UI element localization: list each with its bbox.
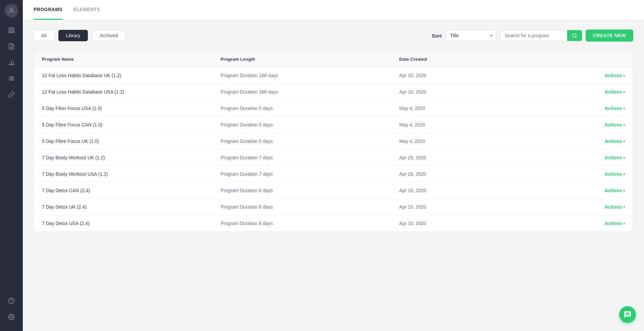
cell-actions: Actions ▾	[578, 73, 625, 78]
cell-program-name: 7 Day Detox UK (2.4)	[42, 204, 221, 210]
actions-button[interactable]: Actions ▾	[605, 139, 625, 144]
cell-program-length: Program Duration 5 days	[221, 106, 399, 111]
svg-line-19	[576, 37, 577, 38]
actions-button[interactable]: Actions ▾	[605, 155, 625, 160]
cell-date-created: May 4, 2020	[399, 106, 578, 111]
cell-actions: Actions ▾	[578, 122, 625, 127]
table-row: 7 Day Booty Workout USA (1.2) Program Du…	[34, 166, 633, 182]
cell-program-length: Program Duration 5 days	[221, 122, 399, 127]
table-row: 7 Day Detox UK (2.4) Program Duration 8 …	[34, 199, 633, 215]
actions-button[interactable]: Actions ▾	[605, 188, 625, 193]
link-icon[interactable]	[5, 88, 18, 101]
svg-rect-2	[12, 28, 14, 30]
actions-chevron-icon: ▾	[623, 205, 625, 209]
cell-program-length: Program Duration 5 days	[221, 139, 399, 144]
cell-date-created: Apr 10, 2020	[399, 188, 578, 193]
page-content: All Library Archived Sort Title Date Cre…	[23, 20, 644, 331]
cell-actions: Actions ▾	[578, 171, 625, 177]
filter-archived-button[interactable]: Archived	[92, 30, 125, 41]
actions-button[interactable]: Actions ▾	[605, 106, 625, 111]
tab-elements[interactable]: ELEMENTS	[73, 0, 100, 20]
actions-chevron-icon: ▾	[623, 123, 625, 127]
cell-program-name: 7 Day Detox USA (2.4)	[42, 221, 221, 226]
top-nav: PROGRAMS ELEMENTS	[23, 0, 644, 20]
col-header-actions	[578, 57, 625, 62]
col-header-name: Program Name	[42, 57, 221, 62]
document-icon[interactable]	[5, 40, 18, 53]
cell-date-created: Apr 10, 2020	[399, 204, 578, 210]
cell-program-length: Program Duration 7 days	[221, 155, 399, 160]
main-content: PROGRAMS ELEMENTS All Library Archived S…	[23, 0, 644, 331]
cell-actions: Actions ▾	[578, 188, 625, 193]
cell-program-name: 5 Day Fiber Focus USA (1.0)	[42, 106, 221, 111]
cell-program-name: 12 Fat Loss Habits Database USA (1.2)	[42, 89, 221, 95]
sidebar	[0, 0, 23, 331]
sort-select-wrapper: Title Date Created Program Length	[445, 30, 496, 41]
actions-button[interactable]: Actions ▾	[605, 89, 625, 95]
programs-table: Program Name Program Length Date Created…	[34, 51, 633, 232]
sort-section: Sort Title Date Created Program Length	[432, 30, 633, 42]
cell-program-name: 7 Day Detox CAN (2.4)	[42, 188, 221, 193]
svg-rect-1	[9, 28, 11, 30]
cell-program-length: Program Duration 7 days	[221, 171, 399, 177]
search-button[interactable]	[567, 30, 582, 41]
toolbar: All Library Archived Sort Title Date Cre…	[34, 30, 633, 42]
search-wrapper	[500, 30, 582, 41]
tab-programs[interactable]: PROGRAMS	[34, 0, 62, 20]
actions-button[interactable]: Actions ▾	[605, 171, 625, 177]
cell-program-length: Program Duration 168 days	[221, 73, 399, 78]
table-header: Program Name Program Length Date Created	[34, 51, 633, 67]
sort-label: Sort	[432, 33, 442, 39]
table-row: 5 Day Fiber Focus USA (1.0) Program Dura…	[34, 100, 633, 117]
actions-chevron-icon: ▾	[623, 107, 625, 110]
grid-icon[interactable]	[5, 23, 18, 37]
col-header-length: Program Length	[221, 57, 399, 62]
actions-chevron-icon: ▾	[623, 140, 625, 143]
cell-program-name: 5 Day Fibre Focus UK (1.0)	[42, 139, 221, 144]
table-row: 7 Day Detox CAN (2.4) Program Duration 8…	[34, 182, 633, 199]
create-new-button[interactable]: CREATE NEW	[586, 30, 633, 42]
cell-date-created: Apr 10, 2020	[399, 89, 578, 95]
col-header-date: Date Created	[399, 57, 578, 62]
chart-icon[interactable]	[5, 56, 18, 69]
cell-program-length: Program Duration 8 days	[221, 188, 399, 193]
actions-chevron-icon: ▾	[623, 90, 625, 94]
chat-fab-button[interactable]	[619, 306, 636, 323]
filter-library-button[interactable]: Library	[58, 30, 88, 41]
table-row: 7 Day Detox USA (2.4) Program Duration 8…	[34, 215, 633, 231]
cell-date-created: Apr 29, 2020	[399, 155, 578, 160]
cell-date-created: Apr 29, 2020	[399, 171, 578, 177]
cell-program-name: 7 Day Booty Workout UK (1.2)	[42, 155, 221, 160]
table-row: 5 Day Fibre Focus CAN (1.0) Program Dura…	[34, 117, 633, 133]
cell-program-name: 5 Day Fibre Focus CAN (1.0)	[42, 122, 221, 127]
cell-program-length: Program Duration 8 days	[221, 204, 399, 210]
cell-actions: Actions ▾	[578, 155, 625, 160]
actions-chevron-icon: ▾	[623, 172, 625, 176]
actions-button[interactable]: Actions ▾	[605, 122, 625, 127]
cell-date-created: May 4, 2020	[399, 139, 578, 144]
cell-program-name: 7 Day Booty Workout USA (1.2)	[42, 171, 221, 177]
table-body: 12 Fat Loss Habits Database UK (1.2) Pro…	[34, 67, 633, 231]
cell-actions: Actions ▾	[578, 106, 625, 111]
cell-actions: Actions ▾	[578, 89, 625, 95]
table-row: 7 Day Booty Workout UK (1.2) Program Dur…	[34, 150, 633, 166]
actions-chevron-icon: ▾	[623, 189, 625, 192]
svg-point-0	[10, 8, 12, 11]
table-row: 12 Fat Loss Habits Database UK (1.2) Pro…	[34, 67, 633, 84]
actions-button[interactable]: Actions ▾	[605, 221, 625, 226]
sort-select[interactable]: Title Date Created Program Length	[445, 30, 496, 41]
actions-chevron-icon: ▾	[623, 156, 625, 160]
filter-all-button[interactable]: All	[34, 30, 54, 41]
rows-icon[interactable]	[5, 72, 18, 85]
actions-button[interactable]: Actions ▾	[605, 204, 625, 210]
settings-icon[interactable]	[5, 310, 18, 324]
actions-chevron-icon: ▾	[623, 222, 625, 225]
search-input[interactable]	[500, 30, 567, 41]
cell-program-length: Program Duration 8 days	[221, 221, 399, 226]
cell-program-length: Program Duration 168 days	[221, 89, 399, 95]
actions-button[interactable]: Actions ▾	[605, 73, 625, 78]
actions-chevron-icon: ▾	[623, 74, 625, 77]
help-icon[interactable]	[5, 294, 18, 308]
avatar-icon[interactable]	[5, 4, 18, 17]
cell-actions: Actions ▾	[578, 204, 625, 210]
